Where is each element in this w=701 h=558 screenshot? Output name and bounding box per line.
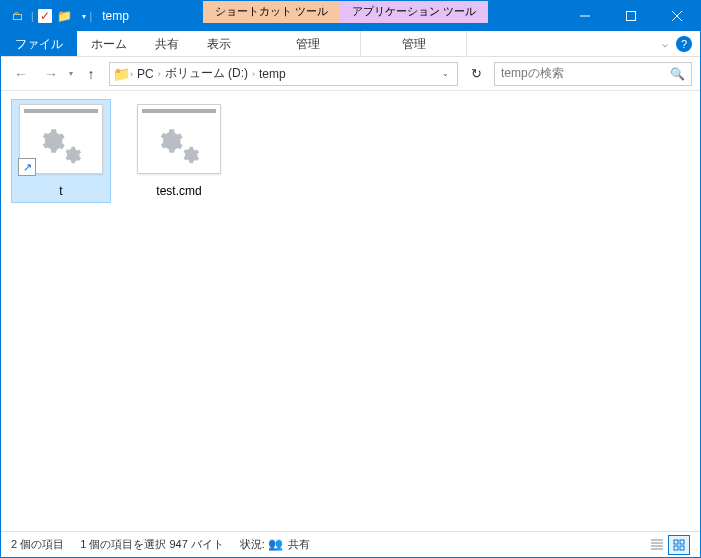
svg-rect-6 — [674, 546, 678, 550]
navigation-bar: ← → ▾ ↑ 📁 › PC › ボリューム (D:) › temp ⌄ ↻ t… — [1, 57, 700, 91]
shortcut-tools-tab[interactable]: ショートカット ツール — [203, 1, 340, 23]
details-view-button[interactable] — [646, 535, 668, 555]
search-placeholder: tempの検索 — [501, 65, 564, 82]
history-dropdown[interactable]: ▾ — [69, 69, 73, 78]
window-title: temp — [102, 9, 129, 23]
file-thumbnail: ↗ — [19, 104, 103, 174]
people-icon: 👥 — [268, 537, 283, 551]
application-tools-tab[interactable]: アプリケーション ツール — [340, 1, 488, 23]
minimize-button[interactable] — [562, 1, 608, 31]
forward-button[interactable]: → — [39, 62, 63, 86]
address-bar[interactable]: 📁 › PC › ボリューム (D:) › temp ⌄ — [109, 62, 458, 86]
breadcrumb-pc[interactable]: PC — [133, 67, 158, 81]
checkbox-icon[interactable]: ✓ — [38, 9, 52, 23]
file-item-shortcut[interactable]: ↗ t — [11, 99, 111, 203]
tab-share[interactable]: 共有 — [141, 31, 193, 56]
contextual-tool-tabs: ショートカット ツール アプリケーション ツール — [203, 1, 488, 23]
svg-rect-1 — [627, 12, 636, 21]
gear-icon — [180, 145, 200, 165]
tab-home[interactable]: ホーム — [77, 31, 141, 56]
svg-rect-4 — [674, 540, 678, 544]
gear-icon — [62, 145, 82, 165]
folder-icon: 📁 — [56, 7, 74, 25]
status-bar: 2 個の項目 1 個の項目を選択 947 バイト 状況: 👥 共有 — [1, 531, 700, 557]
chevron-down-icon[interactable]: ⌵ — [662, 38, 668, 49]
search-input[interactable]: tempの検索 🔍 — [494, 62, 692, 86]
ribbon-tabs: ファイル ホーム 共有 表示 管理 管理 ⌵ ? — [1, 31, 700, 57]
icons-view-button[interactable] — [668, 535, 690, 555]
svg-rect-7 — [680, 546, 684, 550]
share-status: 状況: 👥 共有 — [240, 537, 310, 552]
item-count: 2 個の項目 — [11, 537, 64, 552]
search-icon[interactable]: 🔍 — [670, 67, 685, 81]
file-item-cmd[interactable]: test.cmd — [129, 99, 229, 203]
up-button[interactable]: ↑ — [79, 62, 103, 86]
maximize-button[interactable] — [608, 1, 654, 31]
window-controls — [562, 1, 700, 31]
tab-manage-app[interactable]: 管理 — [361, 31, 467, 56]
refresh-button[interactable]: ↻ — [464, 66, 488, 81]
shortcut-arrow-icon: ↗ — [18, 158, 36, 176]
title-bar: 🗀 | ✓ 📁 ▾ | temp ショートカット ツール アプリケーション ツー… — [1, 1, 700, 31]
tab-file[interactable]: ファイル — [1, 31, 77, 56]
tab-view[interactable]: 表示 — [193, 31, 245, 56]
tab-manage-shortcut[interactable]: 管理 — [255, 31, 361, 56]
selection-info: 1 個の項目を選択 947 バイト — [80, 537, 224, 552]
file-list-area[interactable]: ↗ t test.cmd — [1, 91, 700, 531]
chevron-down-icon[interactable]: ⌄ — [436, 69, 455, 78]
chevron-down-icon[interactable]: ▾ — [82, 12, 86, 21]
view-mode-switcher — [646, 535, 690, 555]
file-name-label: test.cmd — [134, 184, 224, 198]
breadcrumb-folder[interactable]: temp — [255, 67, 290, 81]
qat-separator: | — [31, 11, 34, 22]
folder-icon: 🗀 — [9, 7, 27, 25]
quick-access-toolbar: 🗀 | ✓ 📁 ▾ | temp — [1, 7, 129, 25]
folder-icon: 📁 — [112, 66, 130, 82]
back-button[interactable]: ← — [9, 62, 33, 86]
help-button[interactable]: ? — [676, 36, 692, 52]
qat-separator: | — [90, 11, 93, 22]
file-thumbnail — [137, 104, 221, 174]
breadcrumb-volume[interactable]: ボリューム (D:) — [161, 65, 252, 82]
svg-rect-5 — [680, 540, 684, 544]
file-name-label: t — [16, 184, 106, 198]
close-button[interactable] — [654, 1, 700, 31]
